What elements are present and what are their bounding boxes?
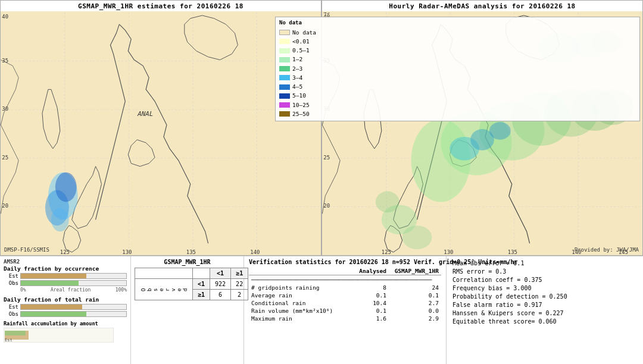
legend-item-4: 2–3 (279, 65, 636, 73)
legend-color-34 (279, 75, 290, 80)
svg-text:135: 135 (508, 249, 517, 255)
legend-label-12: 1–2 (292, 55, 302, 64)
legend-label-051: 0.5–1 (292, 46, 310, 55)
row-header-1: <1 (193, 279, 210, 290)
svg-text:130: 130 (122, 249, 132, 255)
svg-point-73 (489, 122, 511, 140)
bottom-row: AMSR2 Daily fraction by occurrence Est O… (0, 256, 643, 364)
obs-bar-row-2: Obs (4, 311, 127, 317)
verif-val2-2: 2.7 (389, 299, 441, 307)
legend-color-12 (279, 57, 290, 62)
obs-bar-fill-2 (21, 312, 86, 316)
verif-table: Analysed GSMAP_MWR_1HR ─────────────────… (249, 267, 441, 322)
contingency-section: GSMAP_MWR_1HR <1 ≥1 Observed <1 922 22 ≥… (131, 256, 244, 364)
axis-mid-1: Areal fraction (51, 287, 90, 293)
verif-col-blank (249, 267, 355, 275)
svg-text:25: 25 (2, 155, 8, 161)
svg-text:35: 35 (2, 58, 8, 64)
score-mean-abs-error: Mean abs error = 0.1 (452, 260, 637, 266)
verif-col1-header: Analysed (355, 267, 389, 275)
verif-val2-3: 0.0 (389, 307, 441, 315)
right-map-title: Hourly Radar-AMeDAS analysis for 2016022… (322, 1, 642, 11)
left-map-title: GSMAP_MWR_1HR estimates for 20160226 18 (1, 1, 321, 11)
est-label-2: Est (4, 304, 18, 310)
scores-section: Mean abs error = 0.1 RMS error = 0.3 Cor… (447, 256, 643, 364)
verif-val1-1: 0.1 (355, 291, 389, 299)
verif-col2-header: GSMAP_MWR_1HR (389, 267, 441, 275)
verif-row-3: Rain volume (mm*km²x10⁶) 0.1 0.0 (249, 307, 441, 315)
verif-val1-0: 8 (355, 284, 389, 291)
legend-label-2550: 25–50 (292, 110, 310, 118)
est-bar-row-1: Est (4, 273, 127, 279)
legend-color-2550 (279, 111, 290, 117)
svg-point-41 (55, 172, 77, 202)
legend-box: No data No data <0.01 0.5–1 1–2 2–3 (275, 17, 640, 121)
axis-end-1: 100% (116, 287, 127, 293)
svg-text:30: 30 (2, 106, 8, 112)
est-label-1: Est (4, 273, 18, 279)
legend-item-7: 5–10 (279, 92, 636, 100)
verif-label-4: Maximum rain (249, 315, 355, 322)
legend-item-9: 25–50 (279, 110, 636, 118)
verif-val1-4: 1.6 (355, 315, 389, 322)
obs-side-label: Observed (135, 279, 193, 300)
legend-label-23: 2–3 (292, 65, 302, 73)
svg-text:45: 45 (323, 12, 330, 15)
svg-point-42 (51, 208, 69, 231)
legend-item-5: 3–4 (279, 74, 636, 82)
svg-text:ANAL: ANAL (137, 110, 153, 118)
legend-label-510: 5–10 (292, 92, 306, 100)
svg-point-75 (402, 225, 432, 249)
est-bar-1 (20, 273, 127, 279)
score-rms-error: RMS error = 0.3 (452, 268, 637, 275)
svg-text:20: 20 (2, 203, 8, 209)
verif-divider: ────────────────────────────────────────… (249, 275, 441, 284)
cell-11: 922 (210, 279, 231, 290)
legend-color-001 (279, 39, 290, 44)
verif-section: Verification statistics for 20160226 18 … (244, 256, 447, 364)
legend-label-45: 4–5 (292, 83, 302, 91)
rain-chart-svg: Est (4, 328, 114, 343)
legend-title: No data (279, 19, 636, 27)
score-prob-detection: Probability of detection = 0.250 (452, 293, 637, 300)
main-container: GSMAP_MWR_1HR estimates for 20160226 18 … (0, 0, 643, 364)
left-map-panel: GSMAP_MWR_1HR estimates for 20160226 18 … (0, 0, 322, 256)
est-bar-fill-1 (21, 274, 86, 278)
score-corr-coeff: Correlation coeff = 0.375 (452, 277, 637, 283)
cell-21: 6 (210, 290, 231, 300)
svg-text:Est: Est (5, 338, 13, 343)
obs-label-1: Obs (4, 280, 18, 286)
verif-row-4: Maximum rain 1.6 2.9 (249, 315, 441, 322)
legend-label-001: <0.01 (292, 37, 310, 46)
verif-val2-1: 0.1 (389, 291, 441, 299)
est-bar-2 (20, 304, 127, 310)
verif-label-2: Conditional rain (249, 299, 355, 307)
maps-row: GSMAP_MWR_1HR estimates for 20160226 18 … (0, 0, 643, 256)
score-equitable: Equitable threat score= 0.060 (452, 318, 637, 325)
est-bar-fill-2 (21, 305, 82, 309)
verif-row-2: Conditional rain 10.4 2.7 (249, 299, 441, 307)
est-bar-row-2: Est (4, 304, 127, 310)
left-stats: AMSR2 Daily fraction by occurrence Est O… (0, 256, 131, 364)
provided-label: Provided by: JWA/JMA (575, 247, 639, 253)
verif-title: Verification statistics for 20160226 18 … (249, 259, 441, 265)
verif-row-0: # gridpoints raining 8 24 (249, 284, 441, 291)
col-header-1: <1 (210, 268, 231, 279)
dmsp-label: DMSP-F16/SSMIS (4, 247, 49, 253)
obs-bar-1 (20, 280, 127, 286)
verif-val1-3: 0.1 (355, 307, 389, 315)
contingency-table: <1 ≥1 Observed <1 922 22 ≥1 6 2 (135, 268, 248, 300)
score-hanssen: Hanssen & Kuipers score = 0.227 (452, 310, 637, 316)
obs-bar-fill-1 (21, 281, 79, 285)
obs-bar-row-1: Obs (4, 280, 127, 286)
legend-color-23 (279, 66, 290, 71)
legend-color-510 (279, 93, 290, 99)
svg-text:135: 135 (186, 249, 196, 255)
obs-bar-2 (20, 311, 127, 317)
svg-text:130: 130 (444, 249, 453, 255)
verif-val1-2: 10.4 (355, 299, 389, 307)
score-freq-bias: Frequency bias = 3.000 (452, 285, 637, 291)
verif-val2-0: 24 (389, 284, 441, 291)
verif-val2-4: 2.9 (389, 315, 441, 322)
legend-item-8: 10–25 (279, 101, 636, 109)
